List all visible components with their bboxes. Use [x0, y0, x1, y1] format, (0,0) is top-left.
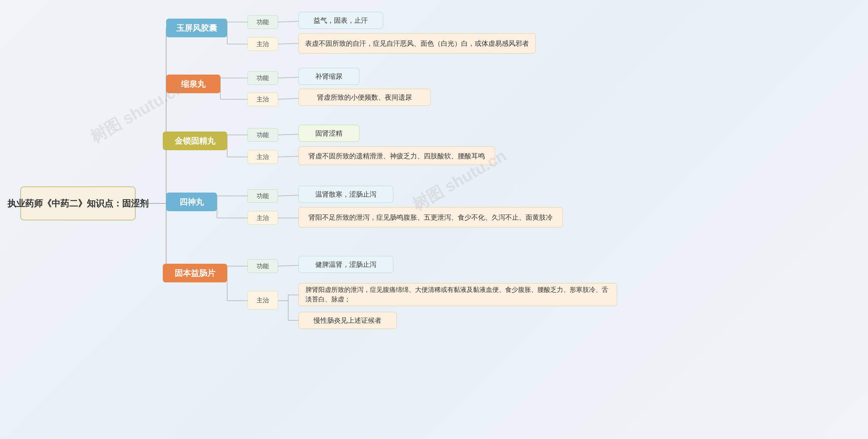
svg-line-13 — [278, 98, 298, 99]
root-node: 执业药师《中药二》知识点：固涩剂 — [20, 186, 136, 220]
svg-line-17 — [278, 134, 298, 135]
sishen-zz-content: 肾阳不足所致的泄泻，症见肠鸣腹胀、五更泄泻、食少不化、久泻不止、面黄肢冷 — [298, 207, 563, 227]
sishen-gn-label: 功能 — [248, 189, 278, 203]
svg-line-27 — [278, 265, 298, 266]
category-sishen: 四神丸 — [166, 193, 217, 211]
category-yupingfeng-label: 玉屏风胶囊 — [176, 23, 217, 34]
suoquan-gn-content: 补肾缩尿 — [298, 68, 359, 85]
category-jinsuo-label: 金锁固精丸 — [175, 136, 215, 146]
svg-line-7 — [278, 21, 298, 22]
yupingfeng-zz-content: 表虚不固所致的自汗，症见自汗恶风、面色（白光）白，或体虚易感风邪者 — [298, 33, 536, 54]
jinsuo-zz-label: 主治 — [248, 150, 278, 164]
mind-map: 树图 shutu.cn 树图 shutu.cn — [0, 0, 868, 439]
svg-line-22 — [278, 195, 298, 196]
yupingfeng-gn-content: 益气，固表，止汗 — [298, 12, 383, 29]
sishen-gn-content: 温肾散寒，涩肠止泻 — [298, 186, 393, 203]
guben-zz-label: 主治 — [248, 291, 278, 310]
suoquan-gn-label: 功能 — [248, 71, 278, 85]
yupingfeng-gn-label: 功能 — [248, 15, 278, 29]
category-suoquan: 缩泉丸 — [166, 75, 220, 93]
svg-line-12 — [278, 77, 298, 78]
sishen-zz-label: 主治 — [248, 211, 278, 225]
category-jinsuo: 金锁固精丸 — [163, 132, 227, 150]
guben-zz-content2: 慢性肠炎见上述证候者 — [298, 312, 397, 329]
yupingfeng-zz-label: 主治 — [248, 37, 278, 51]
category-guben-label: 固本益肠片 — [175, 268, 215, 279]
jinsuo-zz-content: 肾虚不固所致的遗精滑泄、神疲乏力、四肢酸软、腰酸耳鸣 — [298, 146, 495, 165]
category-sishen-label: 四神丸 — [179, 197, 204, 207]
jinsuo-gn-label: 功能 — [248, 128, 278, 142]
svg-line-18 — [278, 156, 298, 157]
jinsuo-gn-content: 固肾涩精 — [298, 125, 359, 142]
guben-gn-label: 功能 — [248, 259, 278, 273]
category-suoquan-label: 缩泉丸 — [181, 79, 205, 89]
guben-zz-content1: 脾肾阳虚所致的泄泻，症见腹痛绵绵、大便清稀或有黏液及黏液血便、食少腹胀、腰酸乏力… — [298, 283, 617, 306]
svg-line-8 — [278, 43, 298, 44]
suoquan-zz-content: 肾虚所致的小便频数、夜间遗尿 — [298, 89, 431, 106]
guben-gn-content: 健脾温肾，涩肠止泻 — [298, 256, 393, 273]
category-guben: 固本益肠片 — [163, 264, 227, 282]
suoquan-zz-label: 主治 — [248, 93, 278, 106]
category-yupingfeng: 玉屏风胶囊 — [166, 19, 227, 37]
